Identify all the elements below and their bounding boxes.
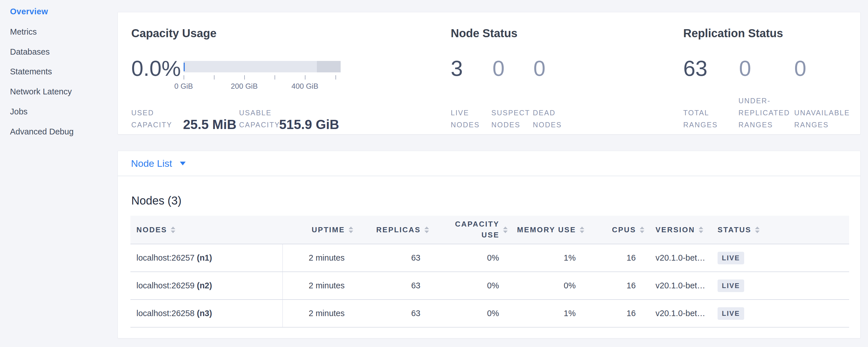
node-link[interactable]: localhost:26258 (n3) — [136, 309, 212, 318]
sort-icon — [349, 227, 353, 233]
live-nodes-count: 3 — [451, 58, 463, 79]
table-row[interactable]: localhost:26257 (n1) 2 minutes 63 0% 1% … — [130, 244, 849, 272]
sort-icon — [755, 227, 760, 233]
capacity-gauge-axis — [184, 75, 341, 80]
sidebar-item-advanced-debug[interactable]: Advanced Debug — [10, 128, 74, 136]
used-capacity-value: 25.5 MiB — [183, 117, 237, 132]
memory-use-cell: 0% — [509, 272, 586, 299]
total-ranges-count: 63 — [683, 58, 708, 79]
status-cell: LIVE — [707, 244, 849, 272]
nodes-heading: Nodes (3) — [131, 194, 182, 207]
column-header-status[interactable]: STATUS — [707, 216, 849, 244]
node-name-cell: localhost:26257 (n1) — [130, 244, 283, 272]
node-list-card: Node List Nodes (3) NODES UPTIME — [118, 151, 861, 339]
column-header-nodes[interactable]: NODES — [130, 216, 283, 244]
live-nodes-label: LIVE NODES — [451, 107, 496, 131]
node-name-cell: localhost:26258 (n3) — [130, 299, 283, 327]
usable-capacity-value: 515.9 GiB — [279, 117, 339, 132]
node-link[interactable]: localhost:26259 (n2) — [136, 281, 212, 290]
status-cell: LIVE — [707, 299, 849, 327]
dead-nodes-label: DEAD NODES — [533, 107, 579, 131]
node-list-selector[interactable]: Node List — [118, 151, 860, 176]
sidebar-item-statements[interactable]: Statements — [10, 67, 52, 76]
under-replicated-ranges-count: 0 — [739, 58, 751, 79]
sidebar-item-metrics[interactable]: Metrics — [10, 28, 37, 36]
status-badge: LIVE — [718, 280, 744, 292]
column-header-memory-use[interactable]: MEMORY USE — [509, 216, 586, 244]
suspect-nodes-label: SUSPECT NODES — [491, 107, 537, 131]
sidebar: Overview Metrics Databases Statements Ne… — [0, 0, 117, 347]
version-cell: v20.1.0-bet… — [646, 299, 707, 327]
column-header-replicas[interactable]: REPLICAS — [355, 216, 431, 244]
capacity-gauge-bar — [184, 61, 341, 72]
capacity-used-percent: 0.0% — [131, 58, 181, 79]
version-cell: v20.1.0-bet… — [646, 272, 707, 299]
uptime-cell: 2 minutes — [283, 299, 355, 327]
column-header-uptime[interactable]: UPTIME — [283, 216, 355, 244]
usable-capacity-label: USABLE CAPACITY — [239, 107, 285, 131]
node-status-title: Node Status — [451, 28, 517, 39]
unavailable-ranges-count: 0 — [794, 58, 806, 79]
table-row[interactable]: localhost:26258 (n3) 2 minutes 63 0% 1% … — [130, 299, 849, 327]
capacity-use-cell: 0% — [431, 244, 509, 272]
axis-label-400: 400 GiB — [291, 82, 318, 91]
sort-icon — [425, 227, 429, 233]
sort-icon — [640, 227, 644, 233]
cpus-cell: 16 — [586, 244, 646, 272]
unavailable-ranges-label: UNAVAILABLE RANGES — [794, 107, 851, 131]
axis-label-200: 200 GiB — [231, 82, 258, 91]
column-header-cpus[interactable]: CPUS — [586, 216, 646, 244]
cluster-summary-card: Capacity Usage 0.0% 0 GiB 200 GiB 400 Gi… — [118, 12, 861, 134]
replicas-cell: 63 — [355, 244, 431, 272]
dead-nodes-count: 0 — [533, 58, 546, 79]
sort-icon — [171, 227, 175, 233]
replication-status-title: Replication Status — [683, 28, 783, 39]
node-name-cell: localhost:26259 (n2) — [130, 272, 283, 299]
node-list-selector-label: Node List — [131, 158, 172, 169]
capacity-gauge-used-segment — [184, 63, 185, 71]
node-link[interactable]: localhost:26257 (n1) — [136, 253, 212, 262]
uptime-cell: 2 minutes — [283, 272, 355, 299]
table-header-row: NODES UPTIME REPLICAS CAPACITY USE — [130, 216, 849, 244]
sort-icon — [503, 227, 508, 233]
sidebar-item-jobs[interactable]: Jobs — [10, 107, 27, 116]
status-cell: LIVE — [707, 272, 849, 299]
used-capacity-label: USED CAPACITY — [131, 107, 177, 131]
memory-use-cell: 1% — [509, 299, 586, 327]
memory-use-cell: 1% — [509, 244, 586, 272]
column-header-version[interactable]: VERSION — [646, 216, 707, 244]
cpus-cell: 16 — [586, 272, 646, 299]
capacity-usage-title: Capacity Usage — [131, 28, 217, 39]
chevron-down-icon — [180, 162, 186, 165]
capacity-use-cell: 0% — [431, 272, 509, 299]
sidebar-item-network-latency[interactable]: Network Latency — [10, 88, 72, 96]
sidebar-item-overview[interactable]: Overview — [10, 7, 48, 16]
axis-label-0: 0 GiB — [174, 82, 193, 91]
sidebar-item-databases[interactable]: Databases — [10, 48, 50, 56]
replicas-cell: 63 — [355, 299, 431, 327]
sort-icon — [580, 227, 584, 233]
table-row[interactable]: localhost:26259 (n2) 2 minutes 63 0% 0% … — [130, 272, 849, 299]
version-cell: v20.1.0-bet… — [646, 244, 707, 272]
status-badge: LIVE — [718, 307, 744, 320]
replicas-cell: 63 — [355, 272, 431, 299]
sort-icon — [699, 227, 703, 233]
suspect-nodes-count: 0 — [493, 58, 504, 79]
total-ranges-label: TOTAL RANGES — [683, 107, 729, 131]
cpus-cell: 16 — [586, 299, 646, 327]
status-badge: LIVE — [718, 252, 744, 264]
capacity-gauge-other-segment — [317, 61, 341, 72]
capacity-use-cell: 0% — [431, 299, 509, 327]
column-header-capacity-use[interactable]: CAPACITY USE — [431, 216, 509, 244]
uptime-cell: 2 minutes — [283, 244, 355, 272]
nodes-table: NODES UPTIME REPLICAS CAPACITY USE — [130, 216, 849, 327]
under-replicated-ranges-label: UNDER-REPLICATED RANGES — [739, 95, 792, 131]
